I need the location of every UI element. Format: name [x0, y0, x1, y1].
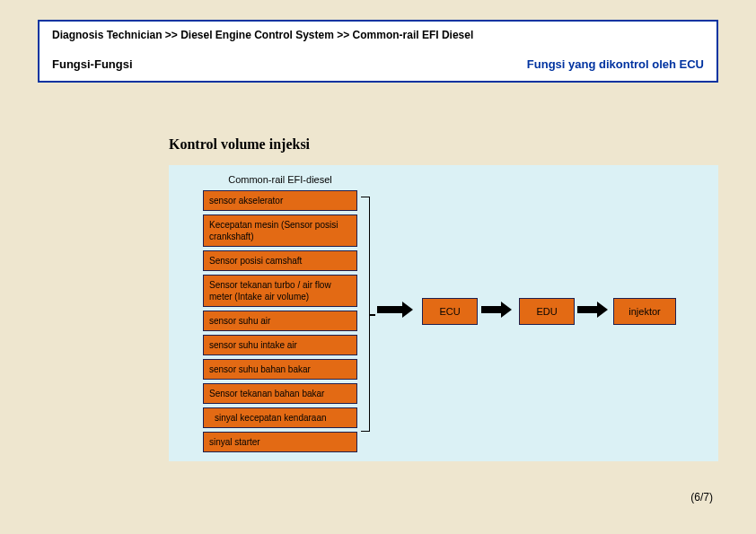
- sensor-box: Sensor tekanan bahan bakar: [203, 383, 357, 404]
- header-left-title: Fungsi-Fungsi: [52, 57, 133, 71]
- sensor-column: Common-rail EFI-diesel sensor akselerato…: [203, 174, 357, 456]
- section-heading: Kontrol volume injeksi: [169, 136, 310, 153]
- arrow-icon: [481, 306, 503, 313]
- sensor-box: sensor suhu air: [203, 311, 357, 331]
- diagram-panel: Common-rail EFI-diesel sensor akselerato…: [169, 165, 718, 461]
- sensor-box: Kecepatan mesin (Sensor posisi crankshaf…: [203, 214, 357, 247]
- arrow-icon: [377, 306, 404, 313]
- injector-box: injektor: [613, 298, 676, 325]
- sensor-box: sinyal kecepatan kendaraan: [203, 407, 357, 428]
- edu-box: EDU: [519, 298, 575, 325]
- page-header: Diagnosis Technician >> Diesel Engine Co…: [38, 20, 718, 83]
- sensor-box: Sensor tekanan turbo / air flow meter (I…: [203, 275, 357, 307]
- sensor-box: sensor suhu intake air: [203, 335, 357, 355]
- sensor-box: sensor suhu bahan bakar: [203, 359, 357, 380]
- diagram-subheading: Common-rail EFI-diesel: [203, 174, 357, 185]
- breadcrumb: Diagnosis Technician >> Diesel Engine Co…: [52, 29, 704, 41]
- bracket-connector: [361, 197, 370, 432]
- header-right-title: Fungsi yang dikontrol oleh ECU: [527, 57, 704, 71]
- sensor-box: Sensor posisi camshaft: [203, 250, 357, 271]
- arrow-icon: [577, 306, 599, 313]
- page-number: (6/7): [690, 491, 713, 503]
- sensor-box: sinyal starter: [203, 432, 357, 452]
- ecu-box: ECU: [422, 298, 478, 325]
- sensor-box: sensor akselerator: [203, 190, 357, 211]
